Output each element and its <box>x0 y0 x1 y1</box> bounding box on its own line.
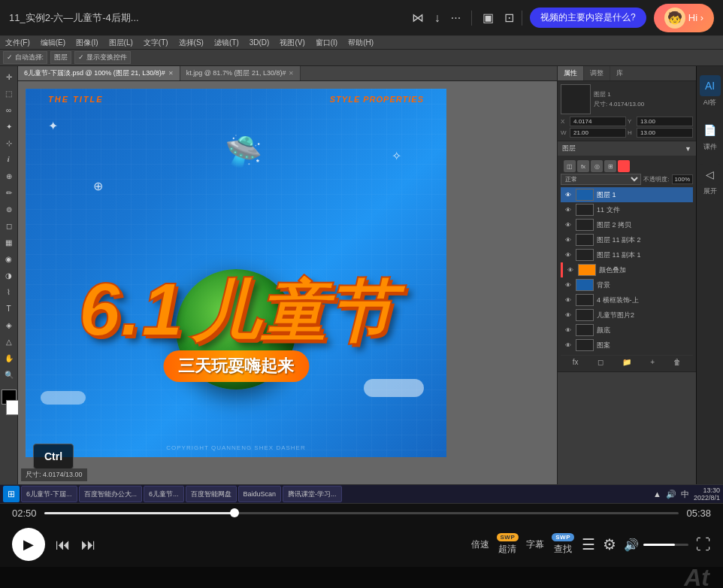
layer-item-2[interactable]: 👁 11 文件 <box>561 202 693 217</box>
filter-smart[interactable]: ⊞ <box>604 160 616 172</box>
eye-3[interactable]: 👁 <box>564 220 573 229</box>
search-button[interactable]: SWP 查找 <box>552 533 574 556</box>
menu-image[interactable]: 图像(I) <box>74 38 100 48</box>
eye-4[interactable]: 👁 <box>564 235 573 244</box>
layer-item-3[interactable]: 👁 图层 2 拷贝 <box>561 217 693 232</box>
layers-panel-header[interactable]: 图层 ▼ <box>558 141 696 156</box>
tool-text[interactable]: T <box>2 301 17 316</box>
course-button[interactable]: 📄 课件 <box>698 117 722 155</box>
eye-10[interactable]: 👁 <box>564 326 573 335</box>
ps-tab-main[interactable]: 6儿童节-下届淡.psd @ 100% (图层 21, L30/8)# ✕ <box>18 66 180 80</box>
eye-1[interactable]: 👁 <box>564 190 573 199</box>
toolbar-layer[interactable]: 图层 <box>50 51 71 64</box>
delete-layer-icon[interactable]: 🗑 <box>673 358 681 366</box>
expand-button[interactable]: ◁ 展开 <box>698 161 722 199</box>
volume-slider[interactable] <box>643 544 688 546</box>
download-icon[interactable]: ↓ <box>434 11 440 25</box>
taskbar-item-ps[interactable]: 6儿童节-下届... <box>21 486 77 502</box>
tool-dodge[interactable]: ◑ <box>2 268 17 283</box>
eye-7[interactable]: 👁 <box>564 280 573 289</box>
y-value[interactable]: 13.00 <box>637 117 693 126</box>
menu-edit[interactable]: 编辑(E) <box>38 38 68 48</box>
tool-crop[interactable]: ⊹ <box>2 135 17 150</box>
eye-11[interactable]: 👁 <box>564 341 573 350</box>
sys-network-icon[interactable]: ▲ <box>653 489 661 499</box>
tab-close-main[interactable]: ✕ <box>168 70 174 77</box>
menu-text[interactable]: 文字(T) <box>141 38 171 48</box>
fullscreen-button[interactable]: ⛶ <box>696 536 711 553</box>
taskbar-item-netdisk[interactable]: 百度智能网盘 <box>186 486 237 502</box>
play-button[interactable]: ▶ <box>12 528 45 561</box>
h-value[interactable]: 13.00 <box>637 128 693 138</box>
tool-pen[interactable]: ⌇ <box>2 284 17 299</box>
eye-8[interactable]: 👁 <box>564 296 573 305</box>
progress-dot[interactable] <box>230 508 239 517</box>
layer-item-1[interactable]: 👁 图层 1 <box>561 187 693 202</box>
tool-zoom[interactable]: 🔍 <box>2 367 17 382</box>
taskbar-item-tencent[interactable]: 腾讯课堂-学习... <box>283 486 342 502</box>
menu-window[interactable]: 窗口(I) <box>313 38 340 48</box>
tool-eraser[interactable]: ◻ <box>2 218 17 233</box>
eye-5[interactable]: 👁 <box>564 250 573 259</box>
playlist-button[interactable]: ☰ <box>582 535 595 553</box>
volume-control[interactable]: 🔊 <box>624 538 688 552</box>
taskbar-item-children[interactable]: 6儿童节... <box>144 486 184 502</box>
next-button[interactable]: ⏭ <box>81 536 96 553</box>
share-icon[interactable]: ⋈ <box>412 11 424 25</box>
layer-item-9[interactable]: 👁 儿童节图片2 <box>561 308 693 323</box>
layer-item-5[interactable]: 👁 图层 11 副本 1 <box>561 247 693 262</box>
tab-close-secondary[interactable]: ✕ <box>289 70 294 77</box>
tool-gradient[interactable]: ▦ <box>2 235 17 250</box>
minimize-icon[interactable]: ⊡ <box>504 11 514 25</box>
tool-clone[interactable]: ⊚ <box>2 202 17 217</box>
taskbar-item-scan[interactable]: BaiduScan <box>238 486 282 502</box>
ai-question-button[interactable]: 视频的主要内容是什么? <box>530 8 646 28</box>
filter-fx[interactable]: fx <box>577 160 589 172</box>
layout-icon[interactable]: ▣ <box>483 11 494 25</box>
tab-library[interactable]: 库 <box>610 66 629 80</box>
ai-answer-button[interactable]: AI AI答 <box>698 72 722 111</box>
new-layer-icon[interactable]: + <box>650 358 655 366</box>
eye-9[interactable]: 👁 <box>564 311 573 320</box>
filter-color[interactable] <box>618 160 630 172</box>
layer-item-8[interactable]: 👁 4 横框装饰-上 <box>561 292 693 308</box>
tool-select[interactable]: ⬚ <box>2 86 17 101</box>
taskbar-start-button[interactable]: ⊞ <box>3 486 20 502</box>
subtitle-button[interactable]: 字幕 <box>526 538 544 551</box>
hi-button[interactable]: 🧒 Hi › <box>654 4 714 32</box>
new-group-icon[interactable]: 📁 <box>622 358 631 366</box>
blend-mode-select[interactable]: 正常 <box>561 174 641 185</box>
more-icon[interactable]: ··· <box>451 11 461 25</box>
tool-move[interactable]: ✛ <box>2 69 17 84</box>
settings-button[interactable]: ⚙ <box>603 535 616 553</box>
ps-tab-secondary[interactable]: kt.jpg @ 81.7% (图层 21, L30/8)# ✕ <box>180 66 301 80</box>
tool-lasso[interactable]: ∞ <box>2 102 17 117</box>
menu-select[interactable]: 选择(S) <box>177 38 206 48</box>
sys-volume-icon[interactable]: 🔊 <box>666 489 676 499</box>
tab-adjustments[interactable]: 调整 <box>584 66 610 80</box>
filter-adj[interactable]: ◎ <box>591 160 603 172</box>
prev-button[interactable]: ⏮ <box>56 536 71 553</box>
tab-properties[interactable]: 属性 <box>558 66 584 80</box>
x-value[interactable]: 4.0174 <box>570 117 626 126</box>
tool-brush[interactable]: ✏ <box>2 185 17 200</box>
toolbar-auto-select[interactable]: ✓ 自动选择: <box>3 51 47 64</box>
tool-shape[interactable]: △ <box>2 334 17 349</box>
layer-item-4[interactable]: 👁 图层 11 副本 2 <box>561 232 693 247</box>
w-value[interactable]: 21.00 <box>570 128 626 138</box>
quality-button[interactable]: SWP 超清 <box>497 533 519 556</box>
taskbar-item-baidu[interactable]: 百度智能办公大... <box>79 486 143 502</box>
layer-item-11[interactable]: 👁 图案 <box>561 338 693 353</box>
menu-layer[interactable]: 图层(L) <box>107 38 135 48</box>
new-mask-icon[interactable]: ◻ <box>597 358 604 366</box>
toolbar-transform[interactable]: ✓ 显示变换控件 <box>74 51 131 64</box>
tool-magic[interactable]: ✦ <box>2 119 17 134</box>
menu-3d[interactable]: 3D(D) <box>247 38 272 47</box>
tool-heal[interactable]: ⊕ <box>2 168 17 183</box>
eye-2[interactable]: 👁 <box>564 205 573 214</box>
tool-hand[interactable]: ✋ <box>2 350 17 365</box>
sys-lang-icon[interactable]: 中 <box>681 489 689 500</box>
tool-path[interactable]: ◈ <box>2 317 17 332</box>
layers-collapse[interactable]: ▼ <box>685 145 691 153</box>
speed-button[interactable]: 倍速 <box>471 538 489 551</box>
